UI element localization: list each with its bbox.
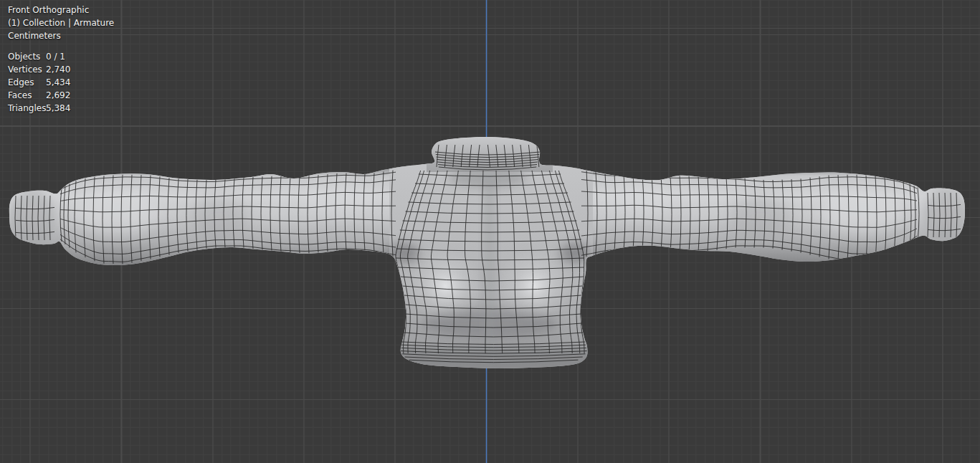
collection-breadcrumb: (1) Collection | Armature (8, 16, 114, 29)
stat-triangles: Triangles 5,384 (8, 102, 114, 115)
stat-vertices: Vertices 2,740 (8, 63, 114, 76)
stat-edges: Edges 5,434 (8, 76, 114, 89)
units-label: Centimeters (8, 29, 114, 42)
viewport-overlay-text: Front Orthographic (1) Collection | Arma… (8, 4, 114, 115)
sweater-mesh-object[interactable] (7, 135, 972, 373)
stat-faces: Faces 2,692 (8, 89, 114, 102)
viewport-canvas (0, 0, 980, 463)
stat-objects: Objects 0 / 1 (8, 50, 114, 63)
3d-viewport[interactable]: Front Orthographic (1) Collection | Arma… (0, 0, 980, 463)
view-label: Front Orthographic (8, 4, 114, 16)
